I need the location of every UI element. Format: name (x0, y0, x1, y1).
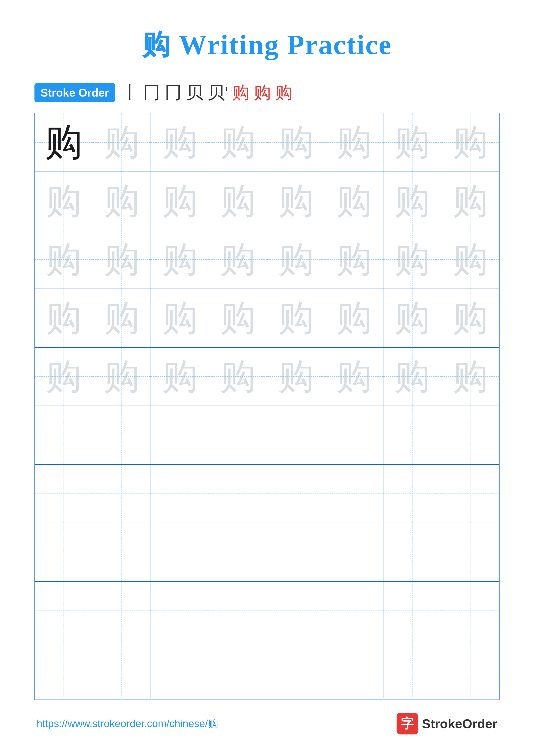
grid-cell[interactable]: 购 (441, 348, 499, 406)
grid-row: 购购购购购购购购 (35, 348, 499, 406)
grid-cell[interactable]: 购 (383, 289, 442, 347)
grid-cell[interactable] (151, 465, 209, 523)
grid-cell[interactable]: 购 (93, 348, 151, 406)
grid-cell[interactable] (35, 523, 93, 581)
grid-cell[interactable] (209, 582, 267, 640)
grid-row (35, 465, 499, 523)
grid-cell[interactable] (325, 582, 383, 640)
grid-cell[interactable] (209, 406, 267, 464)
grid-cell[interactable]: 购 (383, 230, 442, 288)
grid-cell[interactable]: 购 (325, 113, 383, 172)
stroke-8: 购 (275, 81, 292, 104)
grid-cell[interactable]: 购 (325, 230, 383, 288)
grid-cell[interactable] (209, 640, 267, 698)
grid-row: 购购购购购购购购 (35, 172, 499, 230)
grid-cell[interactable] (325, 523, 383, 581)
grid-cell[interactable] (35, 465, 93, 523)
grid-cell[interactable]: 购 (35, 113, 93, 172)
grid-cell[interactable]: 购 (441, 230, 499, 288)
grid-cell[interactable]: 购 (35, 230, 93, 288)
grid-cell[interactable]: 购 (267, 172, 325, 230)
grid-cell[interactable] (267, 406, 325, 464)
grid-cell[interactable] (383, 523, 442, 581)
grid-cell[interactable] (151, 523, 209, 581)
grid-cell[interactable] (93, 406, 151, 464)
stroke-4: 贝 (186, 81, 203, 104)
grid-cell[interactable]: 购 (151, 289, 209, 347)
grid-cell[interactable]: 购 (93, 172, 151, 230)
practice-grid: 购购购购购购购购购购购购购购购购购购购购购购购购购购购购购购购购购购购购购购购购 (35, 113, 499, 700)
stroke-6: 购 (232, 81, 249, 104)
stroke-order-row: Stroke Order 丨 冂 冂 贝 贝' 购 购 购 (35, 81, 499, 104)
grid-cell[interactable]: 购 (267, 230, 325, 288)
grid-cell[interactable]: 购 (325, 172, 383, 230)
footer-brand: 字 StrokeOrder (396, 713, 497, 735)
grid-cell[interactable] (441, 465, 499, 523)
grid-cell[interactable]: 购 (325, 289, 383, 347)
grid-cell[interactable] (93, 523, 151, 581)
grid-cell[interactable]: 购 (383, 348, 442, 406)
grid-cell[interactable] (93, 640, 151, 698)
grid-cell[interactable] (151, 582, 209, 640)
grid-cell[interactable]: 购 (267, 348, 325, 406)
grid-cell[interactable]: 购 (441, 289, 499, 347)
grid-cell[interactable]: 购 (383, 172, 442, 230)
grid-cell[interactable] (325, 465, 383, 523)
grid-cell[interactable]: 购 (209, 172, 267, 230)
grid-cell[interactable]: 购 (383, 113, 442, 172)
grid-cell[interactable] (383, 406, 442, 464)
grid-cell[interactable] (383, 640, 442, 698)
grid-cell[interactable]: 购 (209, 289, 267, 347)
grid-cell[interactable]: 购 (93, 230, 151, 288)
grid-row (35, 640, 499, 698)
grid-cell[interactable] (267, 640, 325, 698)
grid-cell[interactable] (151, 406, 209, 464)
grid-row (35, 582, 499, 640)
grid-cell[interactable] (441, 582, 499, 640)
grid-cell[interactable] (267, 465, 325, 523)
grid-cell[interactable]: 购 (35, 289, 93, 347)
grid-cell[interactable]: 购 (209, 113, 267, 172)
stroke-3: 冂 (165, 81, 182, 104)
grid-cell[interactable] (209, 523, 267, 581)
grid-cell[interactable] (441, 640, 499, 698)
grid-cell[interactable]: 购 (93, 113, 151, 172)
grid-cell[interactable]: 购 (267, 289, 325, 347)
grid-cell[interactable] (267, 523, 325, 581)
brand-icon: 字 (396, 713, 418, 735)
grid-cell[interactable]: 购 (267, 113, 325, 172)
grid-cell[interactable]: 购 (441, 113, 499, 172)
grid-cell[interactable]: 购 (35, 348, 93, 406)
grid-cell[interactable]: 购 (151, 230, 209, 288)
grid-cell[interactable] (325, 406, 383, 464)
grid-cell[interactable] (325, 640, 383, 698)
grid-cell[interactable]: 购 (209, 348, 267, 406)
grid-row: 购购购购购购购购 (35, 289, 499, 348)
grid-cell[interactable] (441, 523, 499, 581)
grid-cell[interactable]: 购 (151, 172, 209, 230)
grid-cell[interactable] (93, 582, 151, 640)
grid-cell[interactable] (383, 582, 442, 640)
grid-cell[interactable] (383, 465, 442, 523)
grid-row: 购购购购购购购购 (35, 113, 499, 172)
grid-cell[interactable] (35, 582, 93, 640)
grid-cell[interactable] (35, 640, 93, 698)
grid-cell[interactable]: 购 (325, 348, 383, 406)
stroke-order-badge: Stroke Order (35, 83, 115, 102)
grid-cell[interactable] (267, 582, 325, 640)
stroke-1: 丨 (121, 81, 139, 104)
grid-cell[interactable] (441, 406, 499, 464)
grid-cell[interactable]: 购 (209, 230, 267, 288)
grid-cell[interactable]: 购 (151, 348, 209, 406)
grid-cell[interactable]: 购 (93, 289, 151, 347)
grid-cell[interactable]: 购 (151, 113, 209, 172)
page-title: 购 Writing Practice (142, 26, 392, 64)
grid-cell[interactable]: 购 (441, 172, 499, 230)
grid-cell[interactable] (209, 465, 267, 523)
grid-cell[interactable] (93, 465, 151, 523)
stroke-2: 冂 (143, 81, 160, 104)
grid-row: 购购购购购购购购 (35, 230, 499, 289)
grid-cell[interactable] (35, 406, 93, 464)
grid-cell[interactable] (151, 640, 209, 698)
grid-cell[interactable]: 购 (35, 172, 93, 230)
